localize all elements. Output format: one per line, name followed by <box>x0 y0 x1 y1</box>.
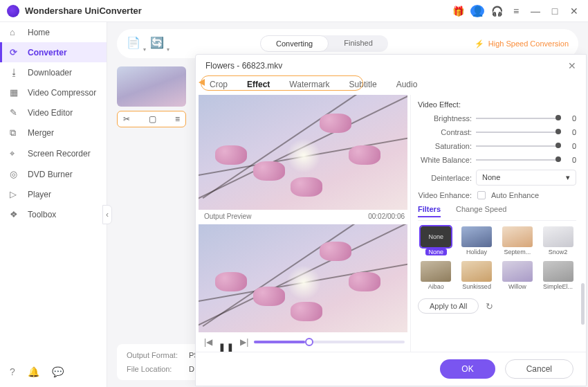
app-logo-icon <box>7 5 19 17</box>
contrast-slider[interactable] <box>476 132 561 133</box>
notifications-icon[interactable]: 🔔 <box>28 366 39 377</box>
next-frame-button[interactable]: ▶| <box>240 337 248 347</box>
apply-to-all-button[interactable]: Apply to All <box>418 298 479 314</box>
sidebar-item-player[interactable]: ▷Player <box>0 184 107 204</box>
tab-converting[interactable]: Converting <box>260 35 329 52</box>
help-icon[interactable]: ? <box>10 366 15 377</box>
sidebar-item-label: Video Compressor <box>28 88 96 98</box>
trim-icon[interactable]: ✂ <box>123 114 130 124</box>
crop-icon[interactable]: ▢ <box>149 114 156 124</box>
subtab-filters[interactable]: Filters <box>418 205 441 217</box>
thumbnail-tools: ✂ ▢ ≡ <box>117 111 186 127</box>
filter-simpleel[interactable]: SimpleEl... <box>540 261 576 290</box>
filter-label: Aibao <box>428 283 444 290</box>
bolt-icon: ⚡ <box>475 39 484 48</box>
status-toggle: Converting Finished <box>260 35 388 52</box>
sidebar-item-toolbox[interactable]: ❖Toolbox <box>0 204 107 224</box>
filter-thumb-icon <box>461 226 492 247</box>
dvd-icon: ◎ <box>10 169 21 179</box>
add-folder-button[interactable]: 🔄 <box>150 36 165 51</box>
tab-subtitle[interactable]: Subtitle <box>349 80 377 89</box>
converter-icon: ⟳ <box>10 47 21 57</box>
home-icon: ⌂ <box>10 27 21 37</box>
sidebar-footer: ? 🔔 💬 <box>0 357 107 387</box>
effects-icon[interactable]: ≡ <box>175 114 180 124</box>
window-minimize-button[interactable]: — <box>529 6 542 17</box>
sidebar-item-home[interactable]: ⌂Home <box>0 22 107 42</box>
ok-button[interactable]: OK <box>440 359 495 379</box>
filter-label: Sunkissed <box>462 283 491 290</box>
filter-label: None <box>425 249 448 255</box>
tab-finished[interactable]: Finished <box>329 35 388 52</box>
subtab-change-speed[interactable]: Change Speed <box>456 205 506 217</box>
filter-none[interactable]: NoneNone <box>418 226 454 255</box>
gift-icon[interactable]: 🎁 <box>451 6 465 17</box>
sidebar-item-editor[interactable]: ✎Video Editor <box>0 102 107 123</box>
filter-label: Septem... <box>504 249 531 255</box>
sidebar-collapse-button[interactable]: ‹ <box>102 205 112 224</box>
add-file-button[interactable]: 📄 <box>127 36 142 51</box>
filter-sunkissed[interactable]: Sunkissed <box>459 261 495 290</box>
sidebar-item-dvd[interactable]: ◎DVD Burner <box>0 164 107 184</box>
support-icon[interactable]: 🎧 <box>490 6 504 17</box>
output-format-label: Output Format: <box>127 351 182 359</box>
sidebar-item-merger[interactable]: ⧉Merger <box>0 123 107 143</box>
saturation-value: 0 <box>565 142 576 150</box>
menu-icon[interactable]: ≡ <box>509 6 523 17</box>
saturation-label: Saturation: <box>418 142 472 150</box>
tab-watermark[interactable]: Watermark <box>289 80 329 89</box>
output-preview <box>199 224 407 332</box>
filter-thumb-icon <box>421 261 451 282</box>
prev-frame-button[interactable]: |◀ <box>204 337 212 347</box>
source-preview <box>199 95 407 210</box>
auto-enhance-label: Auto Enhance <box>491 191 539 199</box>
filter-september[interactable]: Septem... <box>499 226 536 255</box>
high-speed-toggle[interactable]: ⚡ High Speed Conversion <box>475 39 569 48</box>
filter-thumb-icon <box>461 261 492 282</box>
filter-holiday[interactable]: Holiday <box>459 226 495 255</box>
sidebar-item-recorder[interactable]: ⌖Screen Recorder <box>0 143 107 164</box>
cancel-button[interactable]: Cancel <box>505 359 573 379</box>
contrast-label: Contrast: <box>418 128 472 136</box>
filter-willow[interactable]: Willow <box>499 261 536 290</box>
brightness-slider[interactable] <box>476 118 561 119</box>
filter-aibao[interactable]: Aibao <box>418 261 454 290</box>
reset-button[interactable]: ↻ <box>486 301 493 312</box>
auto-enhance-checkbox[interactable] <box>477 191 486 199</box>
filter-snow2[interactable]: Snow2 <box>540 226 576 255</box>
window-maximize-button[interactable]: □ <box>548 6 562 17</box>
video-effect-label: Video Effect: <box>418 100 576 109</box>
effect-subtabs: Filters Change Speed <box>418 205 576 221</box>
window-close-button[interactable]: ✕ <box>567 6 581 17</box>
sidebar-item-label: Downloader <box>28 68 72 78</box>
filter-thumb-icon <box>543 261 573 282</box>
title-bar: Wondershare UniConverter 🎁 👤 🎧 ≡ — □ ✕ <box>0 0 588 22</box>
app-title: Wondershare UniConverter <box>25 6 142 16</box>
sidebar-item-compressor[interactable]: ▦Video Compressor <box>0 82 107 102</box>
filter-thumb-icon: None <box>421 226 451 247</box>
video-thumbnail-card: ✂ ▢ ≡ <box>117 66 186 127</box>
brightness-label: Brightness: <box>418 114 472 123</box>
filters-scrollbar[interactable] <box>581 283 585 325</box>
filter-thumb-icon <box>502 261 533 282</box>
sidebar-item-converter[interactable]: ⟳Converter <box>0 42 107 62</box>
white-balance-slider[interactable] <box>476 159 561 161</box>
saturation-slider[interactable] <box>476 145 561 147</box>
editor-close-button[interactable]: ✕ <box>568 60 576 71</box>
toolbox-icon: ❖ <box>10 209 21 219</box>
deinterlace-select[interactable]: None▾ <box>476 170 576 186</box>
feedback-icon[interactable]: 💬 <box>52 366 64 377</box>
video-thumbnail[interactable] <box>117 66 186 107</box>
playback-controls: |◀ ❚❚ ▶| <box>199 332 410 352</box>
highlight-arrow-icon <box>199 79 205 86</box>
user-account-icon[interactable]: 👤 <box>470 5 484 17</box>
tab-crop[interactable]: Crop <box>210 80 228 89</box>
filter-label: Willow <box>508 283 526 290</box>
tab-audio[interactable]: Audio <box>396 80 418 89</box>
editor-icon: ✎ <box>10 107 21 118</box>
playback-slider[interactable] <box>254 341 405 343</box>
sidebar-item-downloader[interactable]: ⭳Downloader <box>0 62 107 82</box>
filter-label: Holiday <box>466 249 487 255</box>
sidebar-item-label: Screen Recorder <box>28 149 91 159</box>
tab-effect[interactable]: Effect <box>247 80 270 89</box>
